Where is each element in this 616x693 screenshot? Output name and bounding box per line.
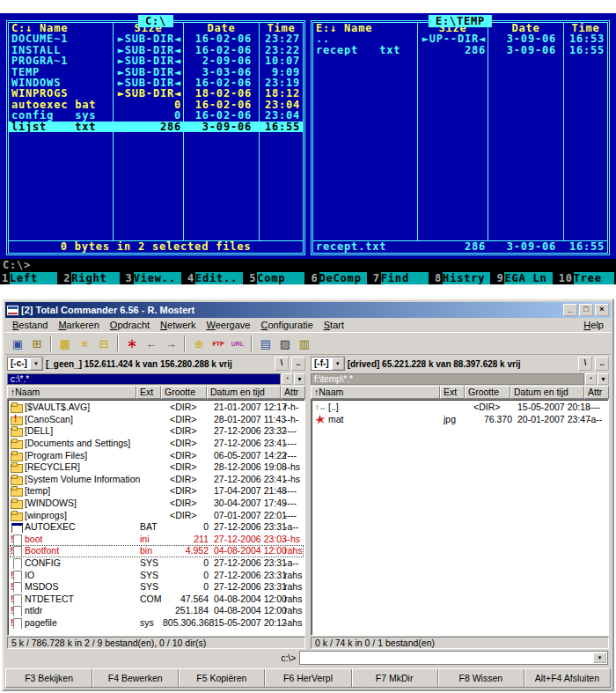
file-row[interactable]: NTDETECT COM 47.564 04-08-2004 12:00 rah…	[10, 593, 304, 606]
dos-command-line[interactable]: C:\>	[0, 259, 616, 271]
select-group-icon[interactable]: ∗	[122, 335, 142, 352]
parent-dir-button[interactable]: ..	[595, 357, 609, 371]
toolbar-separator[interactable]	[184, 335, 186, 351]
menu-item-help[interactable]: Help	[578, 319, 609, 331]
dos-function-key[interactable]: 7 Find	[373, 272, 429, 284]
file-row[interactable]: pagefile sys 805.306.368 15-05-2007 20:1…	[10, 617, 304, 630]
dos-file-row[interactable]: DOCUME~1 ►SUB-DIR◄ 16-02-06 23:27	[9, 33, 303, 44]
file-row[interactable]: [..] <DIR> 15-05-2007 20:18 ----	[313, 402, 607, 414]
editor-icon[interactable]: ▨	[275, 335, 295, 352]
dos-function-key[interactable]: 10 Tree	[559, 272, 614, 284]
tree-view-icon[interactable]: ⊟	[94, 335, 114, 352]
column-header-ext[interactable]: Ext	[440, 386, 465, 399]
function-button[interactable]: F8 Wissen	[437, 669, 524, 687]
dos-file-row[interactable]: config sys 0 16-02-06 23:04	[9, 110, 303, 121]
dos-file-row[interactable]: INSTALL ►SUB-DIR◄ 16-02-06 23:22	[9, 45, 303, 55]
details-view-icon[interactable]: ≡	[75, 335, 94, 352]
network-icon[interactable]: ⊕	[189, 335, 209, 352]
file-row[interactable]: [temp] <DIR> 17-04-2007 21:48 ----	[10, 485, 304, 498]
column-header-naam[interactable]: ↑Naam	[311, 386, 440, 399]
file-row[interactable]: Bootfont bin 4.952 04-08-2004 12:00 rahs	[10, 545, 304, 557]
minimize-button[interactable]: _	[563, 304, 577, 316]
back-icon[interactable]: ←	[142, 335, 161, 352]
root-dir-button[interactable]: \	[275, 357, 289, 371]
command-input[interactable]: ▼	[299, 651, 608, 665]
ftp-connect-icon[interactable]: FTP	[209, 335, 228, 352]
file-row[interactable]: ntldr 251.184 04-08-2004 12:00 rahs	[10, 605, 304, 617]
toolbar-separator[interactable]	[117, 335, 119, 351]
function-button[interactable]: F6 HerVerpl	[264, 669, 350, 687]
column-header-attr[interactable]: Attr	[281, 386, 305, 399]
dos-function-key[interactable]: 5 Comp	[249, 272, 304, 284]
close-button[interactable]: ×	[595, 304, 609, 316]
dos-file-row[interactable]: TEMP ►SUB-DIR◄ 3-03-06 9:09	[9, 67, 303, 77]
function-button[interactable]: F3 Bekijken	[6, 669, 92, 687]
file-row[interactable]: MSDOS SYS 0 27-12-2006 23:31 rahs	[10, 581, 304, 593]
maximize-button[interactable]: □	[579, 304, 593, 316]
menu-item[interactable]: Weergave	[201, 319, 255, 331]
toolbar-separator[interactable]	[251, 335, 253, 351]
function-button[interactable]: Alt+F4 Afsluiten	[524, 669, 610, 687]
menu-item[interactable]: Netwerk	[155, 319, 201, 331]
function-button[interactable]: F7 MkDir	[351, 669, 437, 687]
notepad-icon[interactable]: ▤	[256, 335, 275, 352]
menu-item[interactable]: Configuratie	[255, 319, 318, 331]
dos-function-key[interactable]: 4 Edit..	[187, 272, 243, 284]
viewer-icon[interactable]: ▥	[295, 335, 314, 352]
current-path-left[interactable]: c:\*.*	[7, 373, 281, 385]
command-history-dropdown[interactable]: ▼	[593, 652, 606, 663]
current-path-right[interactable]: f:\temp\*.*	[311, 373, 584, 385]
chevron-down-icon[interactable]: ▼	[30, 358, 42, 370]
menu-item[interactable]: Opdracht	[105, 319, 155, 331]
file-row[interactable]: [System Volume Information] <DIR> 27-12-…	[10, 474, 304, 486]
dos-file-row[interactable]: PROGRA~1 ►SUB-DIR◄ 2-09-06 10:07	[9, 55, 303, 66]
function-button[interactable]: F4 Bewerken	[92, 669, 178, 687]
file-row[interactable]: [Program Files] <DIR> 06-05-2007 14:22 r…	[10, 449, 304, 461]
file-row[interactable]: [$VAULT$.AVG] <DIR> 21-01-2007 12:17 r-h…	[10, 402, 304, 414]
dir-history-dropdown[interactable]: ▼	[294, 373, 305, 385]
root-dir-button[interactable]: \	[578, 357, 592, 371]
dos-file-row[interactable]: WINPROGS ►SUB-DIR◄ 18-02-06 18:12	[9, 88, 303, 99]
function-button[interactable]: F5 Kopiëren	[178, 669, 264, 687]
file-row[interactable]: [WINDOWS] <DIR> 30-04-2007 17:49 ----	[10, 498, 304, 510]
refresh-drive-icon[interactable]: ▣	[8, 335, 27, 352]
dir-favorites-button[interactable]: *	[585, 373, 597, 385]
dos-file-row[interactable]: WINDOWS ►SUB-DIR◄ 16-02-06 23:19	[9, 77, 303, 88]
forward-icon[interactable]: →	[161, 335, 180, 352]
column-header-grootte[interactable]: Grootte	[465, 386, 510, 399]
dos-function-key[interactable]: 3 View..	[126, 272, 181, 284]
file-row[interactable]: [CanoScan] <DIR> 28-01-2007 11:43 --h-	[10, 414, 304, 426]
menu-item[interactable]: Start	[319, 319, 349, 331]
column-header-attr[interactable]: Attr	[584, 386, 609, 399]
dos-file-row[interactable]: recept txt 286 3-09-06 16:55	[313, 45, 607, 55]
file-row[interactable]: mat jpg 76.370 20-01-2007 23:47 -a--	[313, 414, 607, 426]
dos-function-key[interactable]: 8 Histry	[435, 272, 490, 284]
column-header-datum[interactable]: Datum en tijd	[207, 386, 281, 399]
ftp-url-icon[interactable]: URL	[228, 335, 247, 352]
file-row[interactable]: [Documents and Settings] <DIR> 27-12-200…	[10, 438, 304, 450]
drive-selector-left[interactable]: [-c-] ▼	[7, 357, 43, 371]
column-header-naam[interactable]: ↑Naam	[7, 386, 136, 399]
chevron-down-icon[interactable]: ▼	[332, 358, 344, 370]
folder-tree-icon[interactable]: ⊞	[27, 335, 47, 352]
toolbar-separator[interactable]	[50, 335, 52, 351]
file-row[interactable]: [RECYCLER] <DIR> 28-12-2006 19:08 --hs	[10, 461, 304, 474]
file-row[interactable]: [DELL] <DIR> 27-12-2006 23:32 ----	[10, 425, 304, 438]
file-row[interactable]: [winprogs] <DIR> 07-01-2007 22:01 ----	[10, 509, 304, 521]
file-row[interactable]: boot ini 211 27-12-2006 23:03 --hs	[10, 534, 304, 546]
menu-item[interactable]: Markeren	[53, 319, 104, 331]
dir-history-dropdown[interactable]: ▼	[598, 373, 609, 385]
thumbnails-view-icon[interactable]: ▦	[55, 335, 75, 352]
drive-selector-right[interactable]: [-f-] ▼	[311, 357, 345, 371]
column-header-grootte[interactable]: Grootte	[161, 386, 207, 399]
dos-file-row[interactable]: .. ►UP--DIR◄ 3-09-06 16:53	[313, 33, 607, 44]
file-row[interactable]: CONFIG SYS 0 27-12-2006 23:31 -a--	[10, 557, 304, 570]
parent-dir-button[interactable]: ..	[291, 357, 305, 371]
dos-file-row[interactable]: autoexec bat 0 16-02-06 23:04	[9, 100, 303, 110]
dos-function-key[interactable]: 1 Left	[2, 272, 57, 284]
column-header-ext[interactable]: Ext	[136, 386, 161, 399]
file-row[interactable]: AUTOEXEC BAT 0 27-12-2006 23:31 -a--	[10, 521, 304, 534]
dos-function-key[interactable]: 6 DeComp	[311, 272, 366, 284]
dos-function-key[interactable]: 2 Right	[63, 272, 119, 284]
dos-file-row[interactable]: lijst txt 286 3-09-06 16:55	[9, 122, 303, 132]
